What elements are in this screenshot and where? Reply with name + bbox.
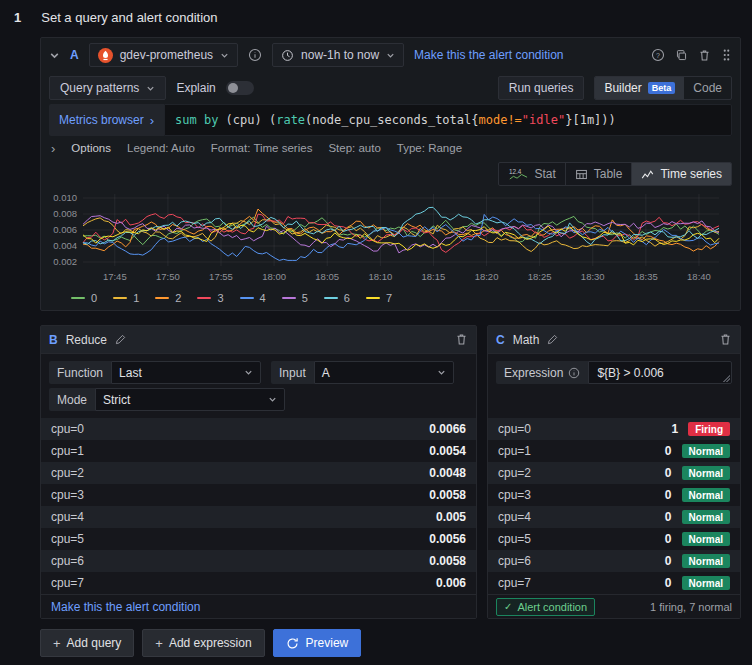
viz-tab-time-series[interactable]: Time series xyxy=(632,163,731,185)
metrics-browser-button[interactable]: Metrics browser › xyxy=(49,104,164,136)
actions-row: + Add query + Add expression Preview xyxy=(40,629,741,657)
clock-icon xyxy=(281,49,294,62)
svg-text:0.008: 0.008 xyxy=(53,208,77,219)
time-range-picker[interactable]: now-1h to now xyxy=(272,43,404,67)
mode-select[interactable]: Strict xyxy=(95,388,285,411)
math-value: 0 xyxy=(665,488,672,502)
add-expression-button[interactable]: + Add expression xyxy=(142,629,264,657)
series-label: 7 xyxy=(386,292,392,304)
viz-tab-label: Table xyxy=(594,167,623,181)
legend-item[interactable]: 7 xyxy=(366,292,392,304)
state-badge: Normal xyxy=(682,510,730,524)
input-select[interactable]: A xyxy=(314,361,454,384)
legend-item[interactable]: 2 xyxy=(155,292,181,304)
edit-name-icon[interactable] xyxy=(547,334,558,345)
explain-toggle[interactable] xyxy=(226,81,254,95)
run-queries-button[interactable]: Run queries xyxy=(498,76,585,100)
remove-query-icon[interactable] xyxy=(698,49,711,62)
reduced-value: 0.0048 xyxy=(429,466,466,480)
math-expression-card: C Math Expression xyxy=(487,325,741,619)
legend-item[interactable]: 1 xyxy=(113,292,139,304)
viz-tab-table[interactable]: Table xyxy=(566,163,633,185)
step-title: Set a query and alert condition xyxy=(41,10,217,25)
query-patterns-button[interactable]: Query patterns xyxy=(49,76,166,100)
promql-token: sum by xyxy=(175,113,226,127)
explain-label: Explain xyxy=(176,81,215,95)
series-key: cpu=2 xyxy=(498,466,531,480)
collapse-chevron-icon[interactable] xyxy=(49,50,60,61)
series-color-swatch xyxy=(324,297,338,299)
mode-value: Strict xyxy=(103,393,130,407)
row-result: 0Normal xyxy=(665,444,730,458)
query-make-alert-condition-link[interactable]: Make this the alert condition xyxy=(414,48,563,62)
code-mode-tab[interactable]: Code xyxy=(684,77,731,99)
math-expression-input[interactable] xyxy=(588,361,732,384)
expression-ref-id[interactable]: B xyxy=(49,333,58,347)
chevron-right-icon: › xyxy=(150,113,154,128)
math-value: 0 xyxy=(665,510,672,524)
input-field-label: Input xyxy=(271,361,314,384)
delete-expression-icon[interactable] xyxy=(455,333,468,346)
expression-ref-id[interactable]: C xyxy=(496,333,505,347)
series-key: cpu=4 xyxy=(498,510,531,524)
chevron-down-icon xyxy=(220,51,229,60)
math-value: 0 xyxy=(665,576,672,590)
query-help-icon[interactable]: ? xyxy=(651,48,665,62)
table-row: cpu=70Normal xyxy=(488,572,740,594)
table-row: cpu=20.0048 xyxy=(41,462,476,484)
edit-name-icon[interactable] xyxy=(115,334,126,345)
series-color-swatch xyxy=(282,297,296,299)
chart-area: 0.0100.0080.0060.0040.00217:4517:5017:55… xyxy=(41,188,740,310)
preview-button[interactable]: Preview xyxy=(273,629,362,657)
svg-text:0.002: 0.002 xyxy=(53,256,77,267)
legend-item[interactable]: 0 xyxy=(71,292,97,304)
series-key: cpu=0 xyxy=(51,422,84,436)
datasource-info-icon[interactable] xyxy=(248,48,262,62)
check-icon: ✓ xyxy=(504,601,512,612)
row-result: 1Firing xyxy=(672,422,730,436)
state-summary: 1 firing, 7 normal xyxy=(650,601,732,613)
builder-mode-tab[interactable]: Builder Beta xyxy=(595,77,684,99)
svg-text:18:25: 18:25 xyxy=(528,271,552,282)
prometheus-icon xyxy=(98,48,113,63)
series-color-swatch xyxy=(240,297,254,299)
add-query-button[interactable]: + Add query xyxy=(40,629,134,657)
duplicate-query-icon[interactable] xyxy=(675,49,688,62)
legend-item[interactable]: 6 xyxy=(324,292,350,304)
series-color-swatch xyxy=(197,297,211,299)
stat-preview-icon: 12.4 xyxy=(508,168,528,181)
chevron-down-icon xyxy=(386,51,395,60)
datasource-picker[interactable]: gdev-prometheus xyxy=(89,43,238,67)
series-key: cpu=7 xyxy=(51,576,84,590)
viz-tab-stat[interactable]: 12.4 Stat xyxy=(499,163,565,185)
legend-item[interactable]: 4 xyxy=(240,292,266,304)
series-key: cpu=5 xyxy=(498,532,531,546)
series-label: 0 xyxy=(91,292,97,304)
reduced-value: 0.0058 xyxy=(429,488,466,502)
drag-handle-icon[interactable] xyxy=(721,48,732,62)
step-header: 1 Set a query and alert condition xyxy=(14,10,741,25)
series-key: cpu=6 xyxy=(51,554,84,568)
legend-item[interactable]: 3 xyxy=(197,292,223,304)
promql-token: (node_cpu_seconds_total{ xyxy=(305,113,478,127)
svg-text:18:40: 18:40 xyxy=(687,271,711,282)
series-key: cpu=1 xyxy=(51,444,84,458)
visualization-picker-row: 12.4 Stat Table Time series xyxy=(41,160,740,188)
query-ref-id[interactable]: A xyxy=(70,48,79,62)
reduce-make-alert-condition-link[interactable]: Make this the alert condition xyxy=(51,600,200,614)
viz-tab-label: Time series xyxy=(660,167,722,181)
math-panel-header: C Math xyxy=(488,326,740,354)
plus-icon: + xyxy=(155,636,163,651)
math-value: 0 xyxy=(665,532,672,546)
promql-query-input[interactable]: sum by (cpu) (rate(node_cpu_seconds_tota… xyxy=(164,104,732,136)
function-select[interactable]: Last xyxy=(111,361,261,384)
delete-expression-icon[interactable] xyxy=(719,333,732,346)
state-badge: Normal xyxy=(682,532,730,546)
mode-field-label: Mode xyxy=(49,388,95,411)
options-toggle[interactable]: Options xyxy=(71,142,111,154)
info-icon xyxy=(568,367,580,379)
legend-item[interactable]: 5 xyxy=(282,292,308,304)
metrics-browser-label: Metrics browser xyxy=(59,113,144,127)
timeseries-chart: 0.0100.0080.0060.0040.00217:4517:5017:55… xyxy=(49,190,725,286)
chevron-down-icon xyxy=(244,368,253,377)
